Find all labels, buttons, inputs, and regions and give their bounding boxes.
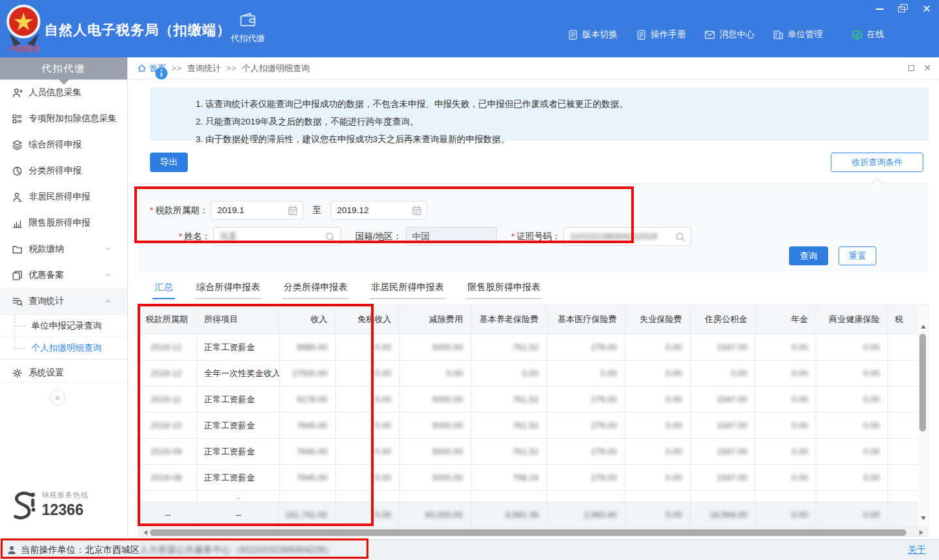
period-from-input[interactable] xyxy=(211,201,303,220)
table-ellipsis-row[interactable]: .. xyxy=(139,491,919,502)
module-tab-withholding[interactable]: 代扣代缴 xyxy=(227,10,269,51)
table-cell: 5000.00 xyxy=(400,439,471,465)
table-header-7: 失业保险费 xyxy=(625,305,691,334)
sidebar-item-tax-payment[interactable]: 税款缴纳 xyxy=(0,236,127,262)
table-row[interactable]: 2019-12正常工资薪金9985.000.005000.00761.52279… xyxy=(139,334,919,361)
tab-report-4[interactable]: 限售股所得申报表 xyxy=(466,282,543,299)
menu-item-message-center[interactable]: 消息中心 xyxy=(704,29,754,40)
period-from-value[interactable] xyxy=(217,205,283,215)
table-row[interactable]: 2019-09正常工资薪金7645.000.005000.00761.52279… xyxy=(139,439,919,465)
sidebar-item-query-statistics[interactable]: 查询统计 xyxy=(0,288,127,314)
online-icon xyxy=(852,29,863,40)
table-cell xyxy=(888,465,919,491)
table-cell: 60,000.00 xyxy=(400,502,471,528)
table-cell: 161,741.00 xyxy=(280,502,336,528)
calendar-icon[interactable] xyxy=(411,205,423,216)
sidebar-collapse-button[interactable]: « xyxy=(50,390,65,405)
table-cell: 2019-09 xyxy=(139,439,198,465)
sidebar-item-nonresident-income[interactable]: 非居民所得申报 xyxy=(0,184,127,210)
horizontal-scrollbar[interactable] xyxy=(138,528,929,537)
table-cell: 0.00 xyxy=(756,502,816,528)
period-to-label: 至 xyxy=(312,205,321,216)
search-icon[interactable] xyxy=(325,231,336,243)
table-cell: 正常工资薪金 xyxy=(198,387,280,413)
sidebar-item-personnel-info[interactable]: 人员信息采集 xyxy=(0,80,127,106)
tab-report-2[interactable]: 分类所得申报表 xyxy=(282,282,350,299)
menu-item-manual[interactable]: 操作手册 xyxy=(636,29,686,40)
table-cell: 0.00 xyxy=(625,465,691,491)
sidebar: 代扣代缴 人员信息采集专项附加扣除信息采集综合所得申报分类所得申报非居民所得申报… xyxy=(0,57,128,539)
sidebar-subitem-personal-withholding-detail-query[interactable]: 个人扣缴明细查询 xyxy=(0,337,127,359)
table-cell xyxy=(888,361,919,387)
menu-item-org-management[interactable]: 单位管理 xyxy=(773,29,823,40)
period-to-input[interactable] xyxy=(331,201,427,220)
folder-icon xyxy=(12,244,23,255)
name-input[interactable]: 马某 xyxy=(213,227,341,246)
table-cell: 2019-12 xyxy=(139,361,198,387)
sidebar-item-classified-income[interactable]: 分类所得申报 xyxy=(0,158,127,184)
collapse-query-button[interactable]: 收折查询条件 xyxy=(831,153,923,172)
scroll-up-arrow[interactable] xyxy=(921,322,926,329)
table-summary-row[interactable]: ----161,741.000.0060,000.008,991.362,960… xyxy=(139,502,919,528)
table-row[interactable]: 2019-12全年一次性奖金收入27500.000.000.000.000.00… xyxy=(139,361,919,387)
reset-button[interactable]: 重置 xyxy=(839,246,876,265)
menu-item-version-switch[interactable]: 版本切换 xyxy=(567,29,618,40)
table-cell: 0.00 xyxy=(336,465,400,491)
table-cell: 0.00 xyxy=(336,413,400,439)
table-header-5: 基本养老保险费 xyxy=(471,305,547,334)
export-button[interactable]: 导出 xyxy=(150,153,188,172)
vertical-scrollbar-thumb[interactable] xyxy=(919,334,926,432)
table-cell: 0.00 xyxy=(691,361,756,387)
search-icon[interactable] xyxy=(675,231,687,243)
vertical-scrollbar[interactable] xyxy=(918,304,929,527)
table-row[interactable]: 2019-11正常工资薪金9178.000.005000.00761.52279… xyxy=(139,387,919,413)
scroll-left-arrow[interactable] xyxy=(141,530,147,535)
sidebar-item-preferential-filing[interactable]: 优惠备案 xyxy=(0,262,127,288)
table-cell: 18,564.00 xyxy=(691,502,756,528)
sidebar-item-special-deduction[interactable]: 专项附加扣除信息采集 xyxy=(0,106,127,132)
period-to-value[interactable] xyxy=(337,205,407,215)
tab-report-1[interactable]: 综合所得申报表 xyxy=(194,282,262,299)
table-cell xyxy=(756,491,816,502)
search-button[interactable]: 查询 xyxy=(789,246,828,265)
table-header-1: 所得项目 xyxy=(198,305,280,334)
table-cell: -- xyxy=(198,502,280,528)
tab-report-3[interactable]: 非居民所得申报表 xyxy=(369,282,446,299)
window-restore-button[interactable] xyxy=(897,4,909,14)
window-minimize-button[interactable] xyxy=(874,4,886,14)
table-cell: 正常工资薪金 xyxy=(198,413,280,439)
breadcrumb-separator: >> xyxy=(226,64,237,73)
table-row[interactable]: 2019-08正常工资薪金7645.000.005000.00798.24279… xyxy=(139,465,919,491)
panel-maximize-icon[interactable] xyxy=(908,65,914,71)
period-label: *税款所属期： xyxy=(150,205,208,216)
calendar-icon[interactable] xyxy=(287,205,299,216)
table-cell: .. xyxy=(198,491,280,502)
table-cell: 0.00 xyxy=(816,413,888,439)
about-link[interactable]: 关于 xyxy=(908,544,926,556)
table-cell: 761.52 xyxy=(471,439,547,465)
sidebar-item-comprehensive-income[interactable]: 综合所得申报 xyxy=(0,132,127,158)
window-close-button[interactable]: ✕ xyxy=(921,4,932,14)
scroll-down-arrow[interactable] xyxy=(921,516,926,523)
table-cell: 0.00 xyxy=(756,387,816,413)
menu-item-online-status[interactable]: 在线 xyxy=(852,29,884,40)
scroll-right-arrow[interactable] xyxy=(919,530,926,535)
table-header-3: 免税收入 xyxy=(336,305,400,334)
tab-summary[interactable]: 汇总 xyxy=(153,282,175,299)
person-icon xyxy=(12,87,23,98)
table-cell: 1547.00 xyxy=(691,465,756,491)
cert-number-input[interactable]: 110102199304222029 xyxy=(563,227,691,246)
table-cell: 5000.00 xyxy=(400,465,471,491)
hotline-label: 纳税服务热线 xyxy=(42,490,89,500)
org-icon xyxy=(773,29,784,40)
table-row[interactable]: 2019-10正常工资薪金7645.000.005000.00761.52279… xyxy=(139,413,919,439)
table-cell: 1547.00 xyxy=(691,387,756,413)
main-content: 首页 >> 查询统计 >> 个人扣缴明细查询 ✕ 1. 该查询统计表仅能查询已申… xyxy=(128,57,939,539)
sidebar-subitem-unit-declare-record-query[interactable]: 单位申报记录查询 xyxy=(0,315,127,337)
horizontal-scrollbar-thumb[interactable] xyxy=(150,529,906,536)
sidebar-item-restricted-shares[interactable]: 限售股所得申报 xyxy=(0,210,127,236)
person2-icon xyxy=(12,192,23,203)
panel-close-icon[interactable]: ✕ xyxy=(923,63,931,72)
table-header-10: 商业健康保险 xyxy=(816,305,888,334)
table-cell: 0.00 xyxy=(816,387,888,413)
